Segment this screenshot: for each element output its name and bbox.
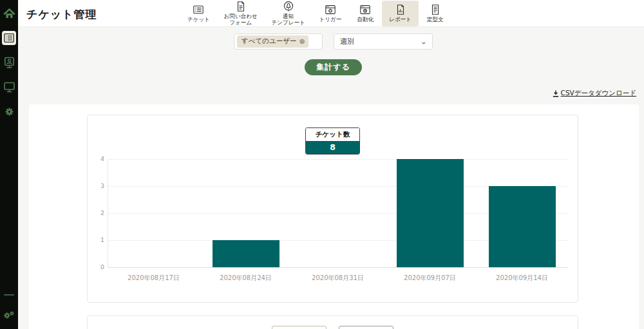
csv-download-label: CSVデータダウンロード — [561, 89, 636, 98]
y-axis-line — [108, 159, 108, 267]
gridline-y4 — [108, 159, 568, 160]
nav-tab-5[interactable]: レポート — [382, 1, 419, 26]
kiosk-icon — [3, 57, 15, 69]
user-filter-input[interactable]: すべてのユーザー ⊗ — [234, 33, 323, 50]
nav-tab-6[interactable]: 定型文 — [419, 1, 452, 26]
aggregate-button[interactable]: 集計する — [305, 59, 362, 75]
bar-chart: 012342020年08月17日2020年08月24日2020年08月31日20… — [88, 159, 578, 303]
chart-legend-value: 8 — [306, 141, 359, 154]
period-select-value: 週別 — [340, 37, 354, 46]
sidebar-divider — [4, 294, 14, 296]
sidebar-item-settings[interactable] — [2, 104, 16, 118]
chart-legend-title: チケット数 — [306, 128, 359, 141]
nav-tab-label: 自動化 — [357, 17, 374, 23]
csv-download-link[interactable]: CSVデータダウンロード — [553, 89, 636, 98]
period-select[interactable]: 週別 ⌄ — [334, 33, 433, 50]
gridline-y0 — [108, 267, 568, 268]
bar-2020年08月24日[interactable] — [213, 240, 279, 267]
nav-tab-1[interactable]: お問い合わせフォーム — [217, 1, 265, 26]
tag-remove-icon[interactable]: ⊗ — [299, 38, 305, 45]
home-icon — [3, 8, 15, 19]
nav-tab-label: レポート — [389, 17, 412, 23]
trigger-icon — [325, 4, 336, 15]
sidebar-item-monitor[interactable] — [2, 80, 16, 94]
automation-icon — [359, 4, 371, 15]
y-axis-tick-label: 4 — [88, 155, 104, 162]
nav-tab-label: チケット — [187, 17, 210, 23]
next-chart-card — [87, 315, 578, 329]
x-axis-tick-label: 2020年08月24日 — [200, 274, 292, 283]
nav-tab-4[interactable]: 自動化 — [348, 1, 382, 26]
chart-card: チケット数 8 012342020年08月17日2020年08月24日2020年… — [87, 115, 578, 303]
ticket-list-icon — [193, 4, 204, 15]
nav-tab-2[interactable]: 通知テンプレート — [265, 1, 312, 26]
report-icon — [395, 4, 406, 15]
x-axis-tick-label: 2020年08月17日 — [108, 274, 200, 283]
nav-tab-label: 定型文 — [427, 17, 444, 23]
notification-template-icon — [283, 1, 294, 12]
fixed-phrase-icon — [430, 4, 441, 15]
nav-tab-label: お問い合わせフォーム — [224, 14, 258, 26]
chevron-down-icon: ⌄ — [421, 39, 428, 45]
y-axis-tick-label: 3 — [88, 182, 104, 189]
nav-tab-label: 通知テンプレート — [272, 14, 305, 26]
bar-2020年09月14日[interactable] — [489, 186, 556, 267]
x-axis-tick-label: 2020年09月07日 — [384, 274, 476, 283]
nav-tab-3[interactable]: トリガー — [312, 1, 349, 26]
sidebar-item-tickets[interactable] — [2, 31, 16, 45]
settings-gear-icon — [4, 106, 15, 117]
inquiry-form-icon — [235, 1, 247, 12]
sidebar-item-admin[interactable] — [2, 308, 16, 323]
user-filter-tag-label: すべてのユーザー — [242, 37, 296, 46]
chart-legend: チケット数 8 — [305, 127, 360, 155]
tickets-list-icon — [4, 33, 14, 42]
monitor-icon — [3, 82, 15, 93]
x-axis-tick-label: 2020年09月14日 — [476, 274, 568, 283]
header: チケット管理 チケットお問い合わせフォーム通知テンプレートトリガー自動化レポート… — [18, 0, 644, 27]
nav-tab-0[interactable]: チケット — [180, 1, 217, 26]
nav-tab-label: トリガー — [319, 17, 342, 23]
download-icon — [553, 90, 559, 97]
next-chart-legend-box-2 — [339, 326, 393, 329]
next-chart-legend-box-1 — [272, 326, 327, 329]
sidebar — [0, 0, 18, 329]
top-nav: チケットお問い合わせフォーム通知テンプレートトリガー自動化レポート定型文 — [180, 0, 452, 27]
bar-2020年09月07日[interactable] — [397, 159, 464, 267]
y-axis-tick-label: 2 — [88, 209, 104, 216]
sidebar-item-kiosk[interactable] — [2, 55, 16, 70]
y-axis-tick-label: 0 — [88, 263, 104, 270]
user-filter-tag[interactable]: すべてのユーザー ⊗ — [237, 35, 308, 48]
x-axis-tick-label: 2020年08月31日 — [292, 274, 384, 283]
y-axis-tick-label: 1 — [88, 236, 104, 243]
page-title: チケット管理 — [26, 7, 97, 22]
admin-gears-icon — [3, 310, 15, 321]
sidebar-item-home[interactable] — [2, 6, 16, 21]
